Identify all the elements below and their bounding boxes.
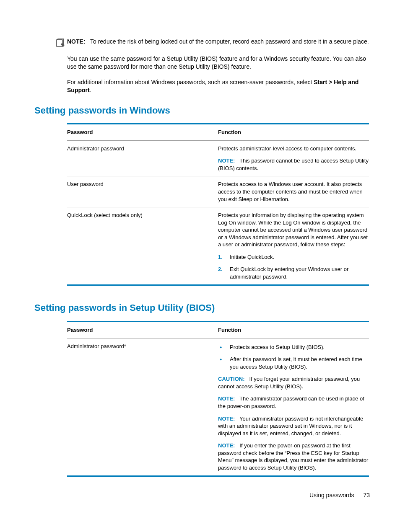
list-item: Protects access to Setup Utility (BIOS).	[218, 343, 369, 351]
password-name: Administrator password	[67, 145, 218, 172]
inner-note: NOTE: This password cannot be used to ac…	[218, 157, 369, 172]
desc-text: Protects your information by displaying …	[218, 212, 368, 248]
table-row: Administrator password Protects administ…	[67, 141, 369, 176]
note-prefix: NOTE:	[218, 416, 235, 422]
top-note-block: NOTE: To reduce the risk of being locked…	[55, 38, 370, 47]
list-item: After this password is set, it must be e…	[218, 356, 369, 370]
note-body: To reduce the risk of being locked out o…	[90, 38, 369, 45]
inner-note: NOTE: The administrator password can be …	[218, 395, 369, 410]
col-header-password: Password	[67, 326, 218, 334]
password-name: Administrator password*	[67, 343, 218, 472]
page-number: 73	[363, 492, 370, 498]
password-name: User password	[67, 181, 218, 203]
admin-bullets: Protects access to Setup Utility (BIOS).…	[218, 343, 369, 371]
caution-prefix: CAUTION:	[218, 376, 245, 382]
table-header-row: Password Function	[67, 322, 369, 338]
windows-password-table: Password Function Administrator password…	[67, 123, 369, 286]
col-header-password: Password	[67, 129, 218, 136]
password-function: Protects administrator-level access to c…	[218, 145, 369, 172]
top-note-text: NOTE: To reduce the risk of being locked…	[67, 38, 369, 46]
intro-para-1: You can use the same password for a Setu…	[67, 55, 370, 71]
list-item: Exit QuickLock by entering your Windows …	[218, 266, 369, 280]
col-header-function: Function	[218, 129, 369, 136]
svg-rect-0	[57, 40, 63, 47]
password-function: Protects access to a Windows user accoun…	[218, 181, 369, 203]
col-header-function: Function	[218, 326, 369, 334]
heading-bios-passwords: Setting passwords in Setup Utility (BIOS…	[34, 302, 370, 314]
footer-section: Using passwords	[309, 492, 354, 498]
para2-pre: For additional information about Windows…	[67, 79, 314, 85]
password-name: QuickLock (select models only)	[67, 212, 218, 280]
note-body: Your administrator password is not inter…	[218, 416, 363, 436]
inner-note: NOTE: If you enter the power-on password…	[218, 442, 369, 471]
note-body: The administrator password can be used i…	[218, 395, 364, 409]
inner-caution: CAUTION: If you forget your administrato…	[218, 375, 369, 390]
quicklock-steps: Initiate QuickLock. Exit QuickLock by en…	[218, 253, 369, 281]
desc-text: Protects administrator-level access to c…	[218, 145, 356, 152]
password-function: Protects access to Setup Utility (BIOS).…	[218, 343, 369, 472]
table-row: User password Protects access to a Windo…	[67, 176, 369, 207]
heading-windows-passwords: Setting passwords in Windows	[34, 104, 370, 117]
inner-note: NOTE: Your administrator password is not…	[218, 415, 369, 437]
password-function: Protects your information by displaying …	[218, 212, 369, 280]
table-row: Administrator password* Protects access …	[67, 338, 369, 476]
table-row: QuickLock (select models only) Protects …	[67, 207, 369, 284]
note-prefix: NOTE:	[218, 395, 235, 402]
list-item: Initiate QuickLock.	[218, 253, 369, 261]
note-prefix: NOTE:	[218, 158, 235, 164]
table-header-row: Password Function	[67, 124, 369, 141]
page-footer: Using passwords 73	[309, 491, 370, 499]
para2-post: .	[90, 87, 91, 93]
note-body: This password cannot be used to access S…	[218, 158, 369, 171]
intro-para-2: For additional information about Windows…	[67, 78, 370, 94]
bios-password-table: Password Function Administrator password…	[67, 321, 369, 477]
note-icon	[55, 38, 65, 47]
note-prefix: NOTE:	[218, 442, 235, 449]
note-label: NOTE:	[67, 38, 86, 45]
note-body: If you enter the power-on password at th…	[218, 442, 368, 471]
